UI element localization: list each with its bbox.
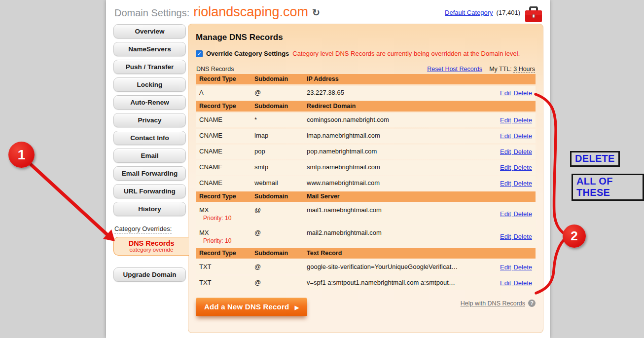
override-checkbox-label: Override Category Settings <box>206 50 289 57</box>
record-value-cell: imap.namebrightmail.com <box>307 131 491 139</box>
sidebar-item-url-forwarding[interactable]: URL Forwarding <box>113 184 186 198</box>
table-row: CNAMEsmtpsmtp.namebrightmail.comEdit Del… <box>196 160 536 175</box>
sidebar-item-nameservers[interactable]: NameServers <box>113 42 186 56</box>
dns-records-table: Record TypeSubdomainIP AddressA@23.227.3… <box>196 74 536 290</box>
table-row: TXT@v=spf1 a:smtpout1.namebrightmail.com… <box>196 276 536 290</box>
sidebar-item-overview[interactable]: Overview <box>113 24 186 38</box>
step-1-badge: 1 <box>8 142 35 168</box>
record-type-value: CNAME <box>199 163 254 171</box>
briefcase-icon[interactable] <box>524 6 543 23</box>
page-title: Domain Settings: riolandscaping.com ↻ <box>113 4 320 20</box>
table-row: CNAMEpoppop.namebrightmail.comEdit Delet… <box>196 145 536 159</box>
record-type-cell: CNAME <box>199 179 254 187</box>
record-value-cell: comingsoon.namebright.com <box>307 115 491 123</box>
edit-link[interactable]: Edit <box>500 233 511 240</box>
record-type-value: CNAME <box>199 132 254 139</box>
help-dns-records-link[interactable]: Help with DNS Records <box>461 300 525 307</box>
column-header-record-type: Record Type <box>199 193 254 200</box>
delete-link[interactable]: Delete <box>513 148 532 155</box>
record-type-cell: MXPriority: 10 <box>199 206 254 222</box>
edit-link[interactable]: Edit <box>500 164 511 171</box>
edit-link[interactable]: Edit <box>500 89 511 97</box>
row-actions: Edit Delete <box>491 180 532 187</box>
subdomain-cell: imap <box>254 131 307 139</box>
subdomain-cell: @ <box>254 278 307 286</box>
sidebar-buttons: OverviewNameServersPush / TransferLockin… <box>113 24 186 216</box>
sidebar-item-dns-records[interactable]: DNS Records category override <box>113 237 189 256</box>
delete-link[interactable]: Delete <box>513 89 532 97</box>
panel-title: Manage DNS Records <box>196 33 536 42</box>
edit-link[interactable]: Edit <box>500 116 511 124</box>
record-value-cell: smtp.namebrightmail.com <box>307 163 491 171</box>
delete-link[interactable]: Delete <box>513 233 532 240</box>
edit-link[interactable]: Edit <box>500 132 511 140</box>
delete-link[interactable]: Delete <box>513 116 532 124</box>
delete-link[interactable]: Delete <box>513 210 532 218</box>
page-title-label: Domain Settings: <box>114 7 189 19</box>
category-overrides-link[interactable]: Category Overrides: <box>114 225 172 233</box>
add-dns-record-button[interactable]: Add a New DNS Record ▶ <box>196 298 307 316</box>
table-meta-row: DNS Records Reset Host Records My TTL: 3… <box>196 66 536 73</box>
refresh-icon[interactable]: ↻ <box>312 7 320 18</box>
sidebar-item-auto-renew[interactable]: Auto-Renew <box>113 95 186 110</box>
table-section-header: Record TypeSubdomainRedirect Domain <box>196 101 536 112</box>
table-section-header: Record TypeSubdomainMail Server <box>196 191 536 202</box>
subdomain-cell: @ <box>254 228 307 236</box>
delete-link[interactable]: Delete <box>513 132 532 140</box>
row-actions: Edit Delete <box>491 89 532 97</box>
record-priority-note: Priority: 10 <box>199 237 254 244</box>
column-header-value: IP Address <box>307 75 491 82</box>
column-header-value: Mail Server <box>307 193 491 200</box>
annotation-all-of-these-label: ALL OF THESE <box>572 174 644 201</box>
edit-link[interactable]: Edit <box>500 210 511 218</box>
subdomain-cell: @ <box>254 206 307 214</box>
edit-link[interactable]: Edit <box>500 263 511 271</box>
record-type-cell: CNAME <box>199 147 254 155</box>
question-mark-icon[interactable]: ? <box>528 300 536 307</box>
sidebar-item-push-transfer[interactable]: Push / Transfer <box>113 60 186 74</box>
edit-link[interactable]: Edit <box>500 279 511 287</box>
manage-dns-panel: Manage DNS Records ✓ Override Category S… <box>188 24 543 333</box>
edit-link[interactable]: Edit <box>500 180 511 187</box>
column-header-record-type: Record Type <box>199 103 254 110</box>
record-type-value: CNAME <box>199 116 254 123</box>
ttl-value[interactable]: 3 Hours <box>513 66 535 73</box>
dns-records-sublabel: category override <box>115 247 188 253</box>
column-header-record-type: Record Type <box>199 75 254 82</box>
table-meta-right: Reset Host Records My TTL: 3 Hours <box>427 66 535 73</box>
override-settings-row: ✓ Override Category Settings Category le… <box>196 50 536 57</box>
reset-host-records-link[interactable]: Reset Host Records <box>427 66 482 73</box>
override-checkbox[interactable]: ✓ <box>196 50 203 57</box>
add-dns-record-label: Add a New DNS Record <box>204 302 289 311</box>
record-type-value: MX <box>199 206 254 214</box>
sidebar-item-upgrade-domain[interactable]: Upgrade Domain <box>113 267 186 282</box>
subdomain-cell: pop <box>254 147 307 155</box>
sidebar-item-email[interactable]: Email <box>113 149 186 163</box>
sidebar-item-history[interactable]: History <box>113 202 186 216</box>
subdomain-cell: @ <box>254 88 307 96</box>
table-row: CNAMEwebmailwww.namebrightmail.comEdit D… <box>196 176 536 190</box>
annotation-arrow-1 <box>30 163 115 241</box>
sidebar-item-locking[interactable]: Locking <box>113 77 186 92</box>
row-actions: Edit Delete <box>491 164 532 171</box>
sidebar-item-email-forwarding[interactable]: Email Forwarding <box>113 166 186 181</box>
domain-name: riolandscaping.com <box>193 4 308 20</box>
subdomain-cell: @ <box>254 263 307 270</box>
dns-records-label: DNS Records <box>115 239 188 247</box>
record-type-value: CNAME <box>199 179 254 187</box>
content-area: OverviewNameServersPush / TransferLockin… <box>113 24 543 333</box>
record-type-cell: MXPriority: 10 <box>199 228 254 244</box>
edit-link[interactable]: Edit <box>500 148 511 155</box>
delete-link[interactable]: Delete <box>513 164 532 171</box>
record-value-cell: 23.227.38.65 <box>307 88 491 96</box>
delete-link[interactable]: Delete <box>513 263 532 271</box>
row-actions: Edit Delete <box>491 233 532 240</box>
record-type-cell: CNAME <box>199 163 254 171</box>
table-row: MXPriority: 10@mail1.namebrightmail.comE… <box>196 203 536 225</box>
sidebar-item-contact-info[interactable]: Contact Info <box>113 131 186 145</box>
delete-link[interactable]: Delete <box>513 279 532 287</box>
row-actions: Edit Delete <box>491 210 532 218</box>
sidebar-item-privacy[interactable]: Privacy <box>113 113 186 127</box>
delete-link[interactable]: Delete <box>513 180 532 187</box>
default-category-link[interactable]: Default Category <box>445 9 493 16</box>
